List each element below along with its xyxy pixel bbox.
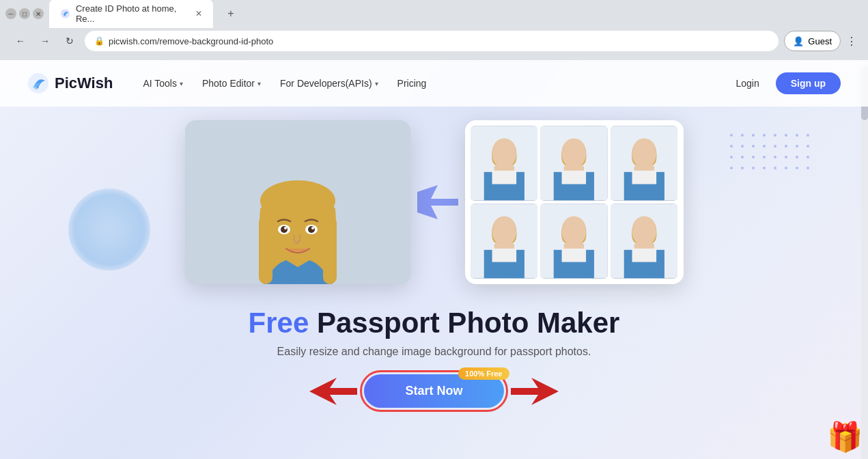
title-bar: ─ □ ✕ Create ID Photo at home, Re... ✕ + — [0, 0, 868, 27]
hero-title-free: Free — [249, 307, 309, 339]
address-bar-row: ← → ↻ 🔒 picwish.com/remove-background-id… — [0, 27, 868, 55]
svg-marker-16 — [417, 185, 458, 219]
svg-point-19 — [492, 141, 516, 167]
svg-rect-52 — [632, 249, 656, 262]
logo-text: PicWish — [55, 74, 113, 92]
arrow-icon — [417, 185, 458, 219]
svg-point-49 — [632, 219, 656, 245]
guest-button[interactable]: 👤 Guest — [784, 31, 841, 51]
photo-editor-chevron-icon: ▾ — [257, 80, 261, 87]
images-row — [185, 120, 684, 284]
hero-subtitle: Easily resize and change image backgroun… — [249, 346, 620, 358]
blue-blob-decoration — [68, 189, 150, 270]
tab-close-icon[interactable]: ✕ — [195, 9, 202, 18]
login-button[interactable]: Login — [727, 74, 767, 93]
tab-favicon — [60, 8, 70, 19]
hero-section: Free Passport Photo Maker Easily resize … — [0, 107, 868, 408]
grid-photo-6 — [611, 204, 678, 279]
woman-portrait-svg — [185, 120, 410, 284]
right-arrow-icon — [511, 378, 559, 405]
signup-button[interactable]: Sign up — [776, 72, 841, 94]
svg-point-11 — [308, 226, 315, 233]
website-content: PicWish AI Tools ▾ Photo Editor ▾ For De… — [0, 60, 868, 459]
svg-point-31 — [632, 141, 656, 167]
nav-pricing-label: Pricing — [397, 78, 427, 89]
url-text: picwish.com/remove-background-id-photo — [109, 36, 273, 46]
guest-icon: 👤 — [793, 36, 804, 46]
svg-rect-40 — [492, 249, 516, 262]
minimize-button[interactable]: ─ — [5, 8, 16, 19]
svg-rect-15 — [323, 216, 337, 284]
ai-tools-chevron-icon: ▾ — [180, 80, 183, 87]
nav-item-pricing[interactable]: Pricing — [389, 74, 435, 93]
lock-icon: 🔒 — [94, 36, 104, 46]
nav-developers-label: For Developers(APIs) — [280, 78, 372, 89]
nav-item-photo-editor[interactable]: Photo Editor ▾ — [194, 74, 269, 93]
nav-photo-editor-label: Photo Editor — [202, 78, 255, 89]
grid-photo-3 — [611, 126, 678, 201]
svg-marker-53 — [309, 378, 357, 405]
svg-point-7 — [260, 180, 335, 221]
svg-rect-34 — [632, 171, 656, 184]
svg-rect-46 — [562, 249, 587, 262]
hero-text: Free Passport Photo Maker Easily resize … — [249, 306, 620, 408]
address-input[interactable]: 🔒 picwish.com/remove-background-id-photo — [85, 31, 779, 51]
arrow-area — [410, 185, 465, 219]
new-tab-button[interactable]: + — [221, 4, 240, 23]
active-tab[interactable]: Create ID Photo at home, Re... ✕ — [49, 0, 213, 28]
svg-point-25 — [562, 141, 587, 167]
forward-button[interactable]: → — [36, 31, 55, 51]
svg-point-10 — [281, 226, 288, 233]
reload-button[interactable]: ↻ — [60, 31, 79, 51]
svg-rect-22 — [492, 171, 516, 184]
nav-item-developers[interactable]: For Developers(APIs) ▾ — [272, 74, 387, 93]
developers-chevron-icon: ▾ — [375, 80, 378, 87]
grid-photo-1 — [471, 126, 538, 201]
source-photo — [185, 120, 410, 284]
svg-rect-14 — [259, 216, 272, 284]
browser-menu-button[interactable]: ⋮ — [846, 35, 857, 48]
grid-photo-5 — [540, 204, 608, 279]
svg-point-12 — [284, 227, 287, 230]
logo[interactable]: PicWish — [27, 72, 113, 94]
grid-photo-4 — [471, 204, 538, 279]
cta-wrapper: Start Now 100% Free — [364, 374, 503, 408]
browser-chrome: ─ □ ✕ Create ID Photo at home, Re... ✕ +… — [0, 0, 868, 60]
cta-container: Start Now 100% Free — [364, 374, 503, 408]
svg-marker-54 — [511, 378, 559, 405]
nav-actions: Login Sign up — [727, 72, 841, 94]
close-button[interactable]: ✕ — [33, 8, 44, 19]
nav-ai-tools-label: AI Tools — [143, 78, 177, 89]
svg-point-37 — [492, 219, 516, 245]
free-badge: 100% Free — [458, 367, 509, 380]
window-controls: ─ □ ✕ — [5, 8, 44, 19]
gift-icon: 🎁 — [827, 420, 863, 454]
svg-rect-28 — [562, 171, 587, 184]
nav-item-ai-tools[interactable]: AI Tools ▾ — [135, 74, 191, 93]
hero-title: Free Passport Photo Maker — [249, 306, 620, 340]
dots-decoration — [730, 134, 813, 173]
grid-photo-2 — [540, 126, 608, 201]
tab-title: Create ID Photo at home, Re... — [76, 3, 190, 24]
photo-grid — [465, 120, 684, 284]
nav-items: AI Tools ▾ Photo Editor ▾ For Developers… — [135, 74, 727, 93]
svg-point-13 — [311, 227, 314, 230]
maximize-button[interactable]: □ — [19, 8, 30, 19]
left-arrow-icon — [309, 378, 357, 405]
navbar: PicWish AI Tools ▾ Photo Editor ▾ For De… — [0, 60, 868, 107]
hero-title-rest: Passport Photo Maker — [309, 307, 619, 339]
logo-icon — [27, 72, 49, 94]
back-button[interactable]: ← — [11, 31, 30, 51]
guest-label: Guest — [808, 36, 832, 46]
svg-point-43 — [562, 219, 587, 245]
